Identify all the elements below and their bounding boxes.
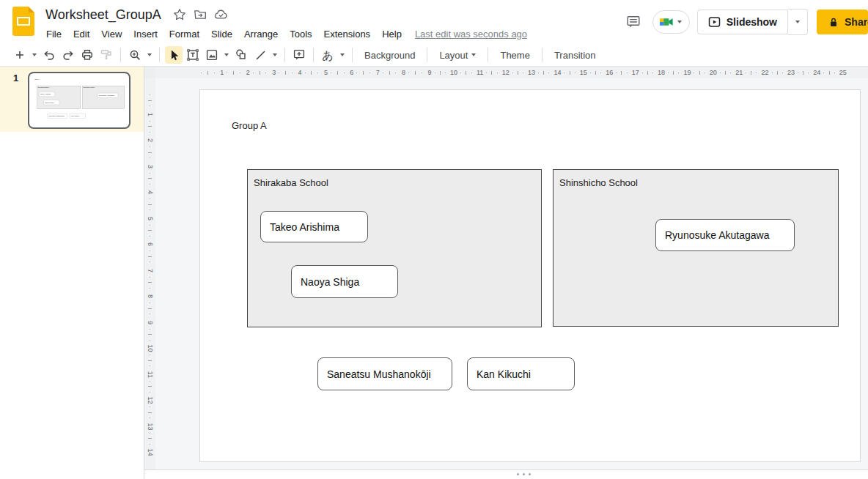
member-box-takeo-arishima[interactable]: Takeo Arishima [260, 211, 368, 242]
slideshow-dropdown[interactable] [788, 9, 808, 35]
member-box-saneatsu-mushanokoji: Saneatsu Mushanokōji [48, 114, 67, 119]
add-comment-button[interactable] [290, 46, 308, 64]
menu-edit[interactable]: Edit [67, 26, 95, 42]
image-tool[interactable] [203, 46, 221, 64]
member-box-ryunosuke-akutagawa: Ryunosuke Akutagawa [98, 93, 118, 98]
input-tools-label: あ [322, 50, 333, 61]
group-label-shinshicho: Shinshicho School [559, 177, 638, 188]
group-label-shinshicho: Shinshicho School [84, 87, 95, 89]
meet-caret-icon [677, 21, 682, 23]
new-slide-button[interactable] [11, 46, 29, 64]
slide[interactable]: Group A Shirakaba School Shinshicho Scho… [199, 89, 861, 462]
share-button[interactable]: Share [817, 10, 868, 34]
menu-help[interactable]: Help [376, 26, 408, 42]
image-caret-icon[interactable] [221, 46, 232, 64]
filmstrip-panel: 1 Group A Shirakaba School Shinshicho Sc… [0, 67, 144, 479]
toolbar: あ Background Layout Theme Transition [0, 44, 868, 67]
zoom-button[interactable] [126, 46, 144, 64]
workspace: 1 Group A Shirakaba School Shinshicho Sc… [0, 67, 868, 479]
menu-slide[interactable]: Slide [205, 26, 238, 42]
member-box-kan-kikuchi: Kan Kikuchi [70, 114, 86, 119]
horizontal-ruler[interactable]: 1234567891011121314151617181920212223242… [155, 67, 868, 78]
lock-icon [828, 17, 839, 28]
layout-button[interactable]: Layout [432, 47, 483, 64]
print-button[interactable] [78, 46, 96, 64]
shape-tool[interactable] [232, 46, 250, 64]
top-bar: Worksheet_GroupA File Edit View [0, 0, 868, 44]
slides-logo[interactable] [12, 7, 34, 36]
member-box-takeo-arishima: Takeo Arishima [39, 92, 55, 96]
menu-tools[interactable]: Tools [284, 26, 317, 42]
paint-format-icon[interactable] [98, 46, 115, 64]
group-label-shirakaba: Shirakaba School [38, 87, 49, 89]
present-icon [708, 16, 721, 28]
logo-fold-cover [29, 7, 34, 12]
ruler-corner [144, 67, 155, 78]
share-label: Share [845, 16, 868, 28]
comment-history-icon[interactable] [619, 7, 648, 37]
background-button[interactable]: Background [357, 47, 422, 64]
star-icon[interactable] [173, 8, 186, 21]
slide-title-text[interactable]: Group A [232, 120, 267, 131]
logo-slide-glyph [17, 17, 30, 26]
chevron-down-icon [795, 21, 800, 23]
zoom-caret-icon[interactable] [144, 46, 155, 64]
slide-thumbnail[interactable]: Group A Shirakaba School Shinshicho Scho… [28, 72, 130, 129]
notes-divider[interactable] [144, 469, 868, 479]
menu-file[interactable]: File [40, 26, 67, 42]
cloud-saved-icon [214, 8, 229, 21]
member-box-ryunosuke-akutagawa[interactable]: Ryunosuke Akutagawa [655, 219, 795, 251]
group-box-shirakaba[interactable]: Shirakaba School [247, 169, 542, 327]
slideshow-button[interactable]: Slideshow [697, 10, 788, 34]
vertical-ruler[interactable]: 1234567891011121314 [144, 78, 155, 470]
filmstrip-selection-highlight: 1 Group A Shirakaba School Shinshicho Sc… [0, 67, 144, 132]
undo-button[interactable] [40, 46, 58, 64]
layout-caret-icon [471, 53, 476, 56]
drag-handle-dots-icon[interactable] [517, 473, 531, 475]
menubar: File Edit View Insert Format Slide Arran… [40, 25, 527, 42]
document-title[interactable]: Worksheet_GroupA [45, 7, 161, 23]
slideshow-label: Slideshow [727, 16, 777, 28]
group-box-shirakaba: Shirakaba School [37, 86, 80, 109]
textbox-tool[interactable] [184, 46, 202, 64]
line-tool[interactable] [251, 46, 269, 64]
menu-extensions[interactable]: Extensions [318, 26, 377, 42]
meet-button[interactable] [652, 10, 690, 34]
slide-number: 1 [13, 73, 18, 83]
meet-camera-icon [659, 16, 674, 28]
input-tools-caret-icon[interactable] [337, 46, 347, 64]
canvas[interactable]: Group A Shirakaba School Shinshicho Scho… [155, 78, 868, 470]
member-box-kan-kikuchi[interactable]: Kan Kikuchi [467, 357, 575, 390]
menu-format[interactable]: Format [163, 26, 205, 42]
thumbnail-mini-slide[interactable]: Group A Shirakaba School Shinshicho Scho… [30, 74, 128, 126]
theme-button[interactable]: Theme [493, 47, 537, 64]
canvas-area: 1234567891011121314151617181920212223242… [144, 67, 868, 479]
new-slide-caret-icon[interactable] [29, 46, 40, 64]
member-box-saneatsu-mushanokoji[interactable]: Saneatsu Mushanokōji [317, 357, 452, 390]
line-caret-icon[interactable] [270, 46, 280, 64]
group-label-shirakaba: Shirakaba School [254, 177, 328, 188]
member-box-naoya-shiga: Naoya Shiga [43, 100, 59, 105]
menu-insert[interactable]: Insert [128, 26, 163, 42]
slide-title-text: Group A [34, 78, 40, 80]
transition-button[interactable]: Transition [547, 47, 603, 64]
menu-arrange[interactable]: Arrange [238, 26, 284, 42]
app-window: Worksheet_GroupA File Edit View [0, 0, 868, 479]
last-edit-link[interactable]: Last edit was seconds ago [415, 29, 527, 40]
member-box-naoya-shiga[interactable]: Naoya Shiga [291, 265, 398, 298]
thumbnail-canvas: Group A Shirakaba School Shinshicho Scho… [30, 74, 128, 126]
redo-button[interactable] [59, 46, 77, 64]
input-tools-button[interactable]: あ [319, 46, 336, 64]
select-tool[interactable] [165, 46, 183, 64]
move-folder-icon[interactable] [194, 8, 207, 21]
layout-label: Layout [439, 50, 468, 61]
menu-view[interactable]: View [95, 26, 128, 42]
